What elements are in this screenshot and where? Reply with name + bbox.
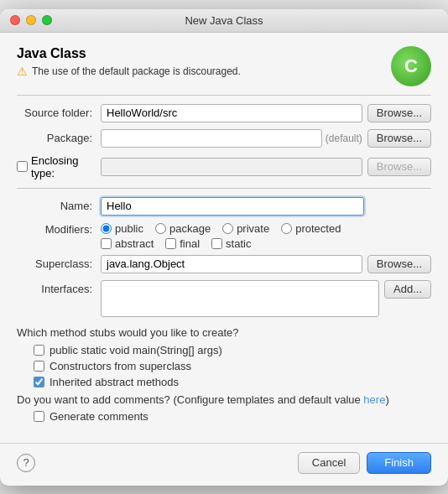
modifiers-checkbox-row: abstract final static [101,237,431,250]
dialog-title: Java Class [17,46,241,61]
package-field: (default) [101,129,362,148]
stub-inherited-option[interactable]: Inherited abstract methods [34,376,431,388]
name-input[interactable] [101,197,364,216]
modifier-protected-option[interactable]: protected [281,222,341,235]
enclosing-type-label: Enclosing type: [31,154,92,179]
modifier-final-option[interactable]: final [165,237,200,250]
modifier-public-option[interactable]: public [101,222,143,235]
source-folder-row: Source folder: Browse... [17,104,431,122]
modifier-package-label: package [169,222,211,235]
dialog-header: Java Class ⚠ The use of the default pack… [17,46,431,86]
stub-main-checkbox[interactable] [34,345,44,356]
enclosing-type-row: Enclosing type: Browse... [17,154,431,179]
comments-here-link[interactable]: here [363,393,385,406]
stubs-question: Which method stubs would you like to cre… [17,326,431,339]
modifier-protected-label: protected [295,222,341,235]
modifier-private-label: private [237,222,269,235]
comments-question-before: Do you want to add comments? (Configure … [17,393,363,406]
help-button[interactable]: ? [17,454,35,472]
header-divider [17,95,431,96]
modifiers-radio-row: public package private protected [101,222,431,235]
dialog-window: New Java Class Java Class ⚠ The use of t… [0,9,448,486]
superclass-browse-button[interactable]: Browse... [367,255,431,273]
name-label: Name: [17,200,101,212]
titlebar: New Java Class [0,9,448,33]
eclipse-logo: C [391,46,431,86]
stub-main-label: public static void main(String[] args) [49,344,222,356]
enclosing-type-input[interactable] [101,158,362,176]
modifier-abstract-option[interactable]: abstract [101,237,154,250]
modifier-abstract-label: abstract [115,237,154,250]
modifier-private-option[interactable]: private [222,222,269,235]
modifier-public-label: public [115,222,143,235]
stub-constructors-checkbox[interactable] [34,361,44,372]
warning-icon: ⚠ [17,65,28,78]
stubs-section: Which method stubs would you like to cre… [17,326,431,388]
stubs-options: public static void main(String[] args) C… [34,344,431,388]
close-button[interactable] [10,15,20,25]
dialog-content: Java Class ⚠ The use of the default pack… [0,33,448,443]
name-row: Name: [17,197,431,216]
superclass-row: Superclass: Browse... [17,255,431,273]
stub-inherited-checkbox[interactable] [34,377,44,387]
warning-row: ⚠ The use of the default package is disc… [17,65,241,78]
comments-question-after: ) [385,393,388,406]
interfaces-row: Interfaces: Add... [17,280,431,320]
enclosing-type-browse-button[interactable]: Browse... [367,158,431,176]
bottom-bar: ? Cancel Finish [0,443,448,486]
interfaces-label: Interfaces: [17,280,101,295]
traffic-lights [10,15,52,25]
enclosing-type-checkbox-label: Enclosing type: [17,154,101,179]
interfaces-textarea[interactable] [101,280,379,317]
maximize-button[interactable] [42,15,52,25]
comments-section: Do you want to add comments? (Configure … [17,393,431,423]
source-folder-field [101,104,362,122]
source-folder-input[interactable] [101,104,362,122]
modifier-static-label: static [226,237,251,250]
action-buttons: Cancel Finish [298,452,431,474]
minimize-button[interactable] [26,15,36,25]
superclass-input[interactable] [101,255,362,273]
source-folder-label: Source folder: [17,107,101,119]
generate-comments-label: Generate comments [49,410,148,423]
cancel-button[interactable]: Cancel [298,452,360,474]
generate-comments-option[interactable]: Generate comments [34,410,431,423]
package-browse-button[interactable]: Browse... [367,129,431,148]
stub-constructors-label: Constructors from superclass [49,360,191,372]
modifier-abstract-checkbox[interactable] [101,238,112,249]
modifiers-row: Modifiers: public package private [17,222,431,250]
mid-divider [17,188,431,189]
modifier-package-option[interactable]: package [155,222,211,235]
superclass-label: Superclass: [17,257,101,270]
package-row: Package: (default) Browse... [17,129,431,148]
package-default-text: (default) [326,133,362,144]
modifier-protected-radio[interactable] [281,223,292,234]
finish-button[interactable]: Finish [367,452,431,474]
warning-text: The use of the default package is discou… [32,65,241,77]
comments-question: Do you want to add comments? (Configure … [17,393,431,406]
interfaces-add-button[interactable]: Add... [384,280,431,299]
stub-constructors-option[interactable]: Constructors from superclass [34,360,431,372]
modifier-package-radio[interactable] [155,223,166,234]
modifier-public-radio[interactable] [101,223,112,234]
modifier-private-radio[interactable] [222,223,233,234]
package-input[interactable] [101,129,322,148]
modifier-final-checkbox[interactable] [165,238,176,249]
enclosing-type-checkbox[interactable] [17,161,28,172]
modifier-static-option[interactable]: static [211,237,251,250]
package-label: Package: [17,132,101,144]
modifiers-label: Modifiers: [17,222,101,236]
modifier-final-label: final [180,237,200,250]
window-title: New Java Class [185,14,263,27]
stub-inherited-label: Inherited abstract methods [49,376,179,388]
stub-main-option[interactable]: public static void main(String[] args) [34,344,431,356]
source-folder-browse-button[interactable]: Browse... [367,104,431,122]
modifier-static-checkbox[interactable] [211,238,222,249]
generate-comments-checkbox[interactable] [34,411,44,422]
